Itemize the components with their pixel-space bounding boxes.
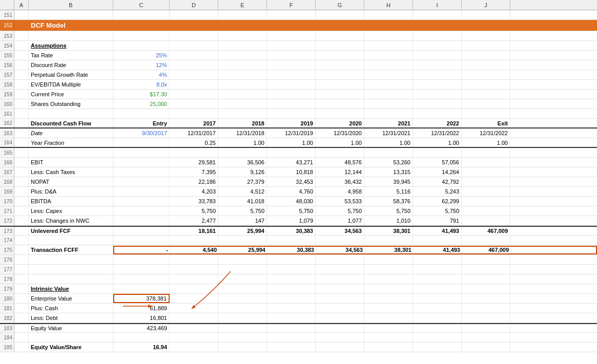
row-167: 167 Less: Cash Taxes 7,395 9,126 10,818 …: [0, 167, 597, 177]
row-160: 160 Shares Outstanding 25,000: [0, 99, 597, 109]
row-159: 159 Current Price $17.30: [0, 90, 597, 99]
ev-value: 378,381: [113, 294, 170, 303]
row-156: 156 Discount Rate 12%: [0, 60, 597, 70]
col-2022-header: 2022: [413, 119, 462, 127]
da-label: Plus: D&A: [29, 187, 113, 196]
less-debt-value: 16,801: [113, 313, 170, 323]
row-152-title: 152 DCF Model: [0, 20, 597, 31]
tfcff-i: 41,493: [414, 247, 463, 253]
less-debt-label: Less: Debt: [29, 313, 113, 323]
row-181: 181 Plus: Cash 61,889: [0, 304, 597, 313]
col-header-C: C: [113, 0, 170, 10]
col-header-H: H: [364, 0, 413, 10]
row-169: 169 Plus: D&A 4,203 4,512 4,760 4,958 5,…: [0, 187, 597, 197]
row-182: 182 Less: Debt 16,801: [0, 313, 597, 323]
col-header-F: F: [267, 0, 316, 10]
date-2020: 12/31/2020: [316, 129, 364, 138]
col-header-B: B: [29, 0, 113, 10]
row-153: 153: [0, 31, 597, 41]
col-entry-header: Entry: [113, 119, 170, 127]
date-2021: 12/31/2021: [364, 129, 413, 138]
row-168: 168 NOPAT 22,186 27,379 32,453 36,432 39…: [0, 177, 597, 187]
discount-rate-label: Discount Rate: [29, 60, 113, 70]
row-157: 157 Perpetual Growth Rate 4%: [0, 70, 597, 80]
col-2017-header: 2017: [170, 119, 218, 127]
row-164: 164 Year Fraction 0.25 1.00 1.00 1.00 1.…: [0, 138, 597, 148]
tfcff-j: 467,009: [463, 247, 511, 253]
tfcff-f: 30,383: [268, 247, 317, 253]
row-175-transaction-fcff: 175 Transaction FCFF - 4,540 25,994 30,3…: [0, 245, 597, 255]
col-2018-header: 2018: [218, 119, 267, 127]
sheet-body: 151 152 DCF Model: [0, 10, 597, 352]
row-166: 166 EBIT 29,581 36,506 43,271 48,576 53,…: [0, 158, 597, 167]
perpetual-growth-label: Perpetual Growth Rate: [29, 70, 113, 79]
row-162: 162 Discounted Cash Flow Entry 2017 2018…: [0, 119, 597, 129]
spreadsheet: A B C D E F G H I J 151 152 DCF Mod: [0, 0, 597, 364]
transaction-fcff-label: Transaction FCFF: [29, 245, 113, 254]
row-170: 170 EBITDA 33,783 41,018 48,030 53,533 5…: [0, 197, 597, 206]
nopat-label: NOPAT: [29, 177, 113, 186]
ebit-i: 57,056: [413, 158, 462, 167]
row-183: 183 Equity Value 423,469: [0, 323, 597, 333]
year-frac-i: 1.00: [413, 138, 462, 147]
date-2022: 12/31/2022: [413, 129, 462, 138]
ebit-label: EBIT: [29, 158, 113, 167]
tfcff-e: 25,994: [219, 247, 268, 253]
row-163: 163 Date 9/30/2017 12/31/2017 12/31/2018…: [0, 129, 597, 138]
ufcf-g: 34,563: [316, 227, 364, 235]
col-header-A: A: [14, 0, 29, 10]
plus-cash-value: 61,889: [113, 304, 170, 313]
ufcf-f: 30,383: [267, 227, 316, 235]
tfcff-d: 4,540: [171, 247, 219, 253]
col-2021-header: 2021: [364, 119, 413, 127]
ebit-f: 43,271: [267, 158, 316, 167]
row-172: 172 Less: Changes in NWC 2,477 147 1,079…: [0, 216, 597, 226]
ebit-g: 48,576: [316, 158, 364, 167]
col-2019-header: 2019: [267, 119, 316, 127]
date-2017: 12/31/2017: [170, 129, 218, 138]
ufcf-i: 41,493: [413, 227, 462, 235]
row-185: 185 Equity Value/Share 16.94: [0, 342, 597, 352]
year-frac-d: 0.25: [170, 138, 218, 147]
tax-rate-label: Tax Rate: [29, 51, 113, 60]
row-171: 171 Less: Capex 5,750 5,750 5,750 5,750 …: [0, 206, 597, 216]
col-header-D: D: [170, 0, 218, 10]
year-fraction-label: Year Fraction: [29, 138, 113, 147]
intrinsic-value-header: Intrinsic Value: [29, 284, 113, 293]
equity-per-share-label: Equity Value/Share: [29, 342, 113, 352]
date-label: Date: [29, 129, 113, 138]
row-158: 158 EV/EBITDA Multiple 8.0x: [0, 80, 597, 90]
row-num-header: [0, 0, 14, 10]
date-2019: 12/31/2019: [267, 129, 316, 138]
dcf-section-label: Discounted Cash Flow: [29, 119, 113, 127]
transaction-fcff-box: - 4,540 25,994 30,383 34,563 38,301 41,4…: [113, 246, 597, 254]
row-184: 184: [0, 333, 597, 342]
discount-rate-value: 12%: [113, 60, 170, 70]
current-price-label: Current Price: [29, 90, 113, 99]
ebitda-label: EBITDA: [29, 197, 113, 206]
tax-rate-value: 25%: [113, 51, 170, 60]
row-174: 174: [0, 235, 597, 245]
col-header-J: J: [462, 0, 510, 10]
year-frac-h: 1.00: [364, 138, 413, 147]
ufcf-j: 467,009: [462, 227, 510, 235]
row-165: 165: [0, 148, 597, 158]
year-frac-j: 1.00: [462, 138, 510, 147]
year-frac-f: 1.00: [267, 138, 316, 147]
row-177: 177: [0, 265, 597, 274]
column-headers: A B C D E F G H I J: [0, 0, 597, 10]
current-price-value: $17.30: [113, 90, 170, 99]
row-161: 161: [0, 109, 597, 119]
equity-value-value: 423,469: [113, 324, 170, 332]
ufcf-d: 18,161: [170, 227, 218, 235]
ufcf-h: 38,301: [364, 227, 413, 235]
ev-ebitda-value: 8.0x: [113, 80, 170, 89]
col-header-E: E: [218, 0, 267, 10]
assumptions-header: Assumptions: [29, 41, 113, 50]
shares-outstanding-label: Shares Outstanding: [29, 99, 113, 109]
row-180: 180 Enterprise Value 378,381: [0, 294, 597, 304]
row-178: 178: [0, 274, 597, 284]
perpetual-growth-value: 4%: [113, 70, 170, 79]
row-176: 176: [0, 255, 597, 265]
plus-cash-label: Plus: Cash: [29, 304, 113, 313]
